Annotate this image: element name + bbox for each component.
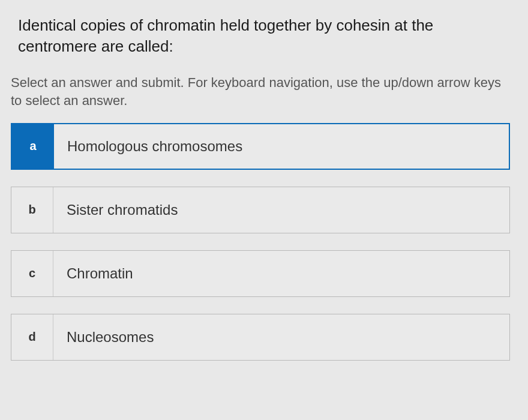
option-a[interactable]: a Homologous chromosomes [11,123,510,170]
option-letter-b: b [11,187,53,233]
options-list: a Homologous chromosomes b Sister chroma… [11,123,510,361]
instruction-text: Select an answer and submit. For keyboar… [11,74,510,109]
option-b[interactable]: b Sister chromatids [11,187,510,233]
option-text-c: Chromatin [53,251,133,296]
option-text-b: Sister chromatids [53,187,178,233]
option-text-a: Homologous chromosomes [54,124,242,169]
option-d[interactable]: d Nucleosomes [11,314,510,361]
option-letter-d: d [11,314,53,360]
option-letter-a: a [12,124,54,169]
question-text: Identical copies of chromatin held toget… [11,15,510,57]
option-text-d: Nucleosomes [53,314,154,360]
option-letter-c: c [11,251,53,296]
option-c[interactable]: c Chromatin [11,250,510,297]
